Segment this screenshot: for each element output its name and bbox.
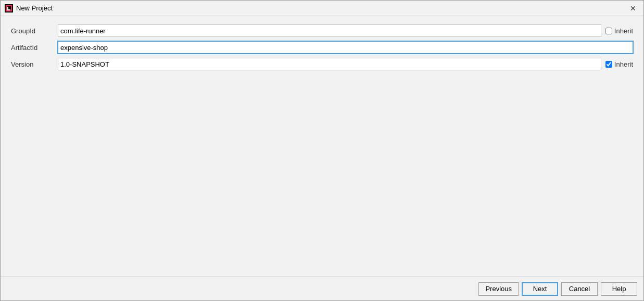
close-button[interactable]: ✕	[627, 3, 639, 14]
artifact-id-input[interactable]	[58, 41, 633, 54]
help-button[interactable]: Help	[601, 282, 637, 296]
group-id-row: GroupId Inherit	[11, 24, 633, 37]
version-inherit-text: Inherit	[614, 60, 633, 68]
group-id-input[interactable]	[58, 24, 601, 37]
version-inherit-checkbox[interactable]	[605, 61, 612, 68]
version-input-wrapper: Inherit	[58, 58, 633, 70]
title-bar-left: New Project	[5, 4, 53, 12]
app-icon	[5, 4, 13, 12]
version-label: Version	[11, 60, 58, 68]
previous-button[interactable]: Previous	[478, 282, 519, 296]
version-input[interactable]	[58, 58, 601, 70]
artifact-id-row: ArtifactId	[11, 41, 633, 54]
group-id-input-wrapper: Inherit	[58, 24, 633, 37]
artifact-id-label: ArtifactId	[11, 44, 58, 52]
version-row: Version Inherit	[11, 58, 633, 70]
group-id-inherit-checkbox[interactable]	[605, 28, 612, 34]
dialog-footer: Previous Next Cancel Help	[1, 277, 643, 300]
title-bar: New Project ✕	[1, 1, 643, 16]
spacer	[11, 74, 633, 268]
next-button[interactable]: Next	[522, 282, 558, 296]
svg-rect-4	[7, 7, 8, 10]
group-id-inherit-text: Inherit	[614, 27, 633, 35]
window-title: New Project	[16, 4, 53, 12]
group-id-inherit-label: Inherit	[605, 27, 633, 35]
group-id-label: GroupId	[11, 27, 58, 35]
version-inherit-label: Inherit	[605, 60, 633, 68]
dialog-window: New Project ✕ GroupId Inherit ArtifactId	[0, 0, 644, 301]
dialog-content: GroupId Inherit ArtifactId Version	[1, 16, 643, 277]
cancel-button[interactable]: Cancel	[561, 282, 598, 296]
artifact-id-input-wrapper	[58, 41, 633, 54]
